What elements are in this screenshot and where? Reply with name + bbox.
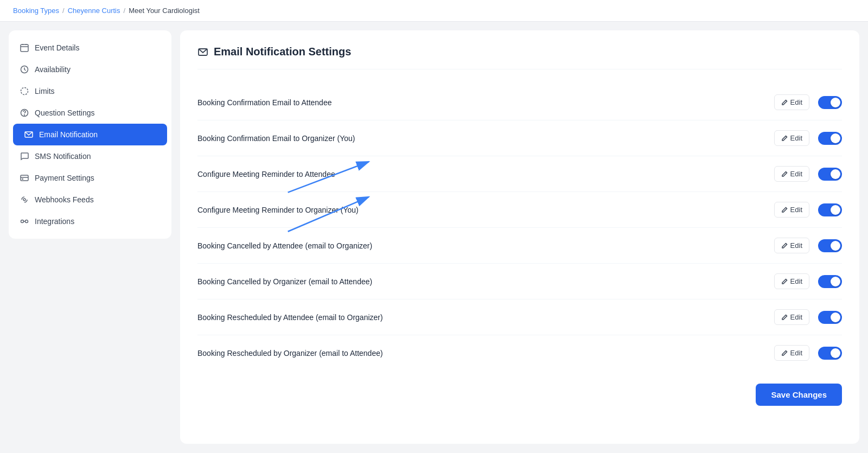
sidebar-item-question-settings[interactable]: Question Settings bbox=[9, 102, 171, 124]
notification-row-meeting-reminder-organizer: Configure Meeting Reminder to Organizer … bbox=[197, 192, 842, 228]
edit-pencil-icon-meeting-reminder-attendee bbox=[781, 170, 788, 178]
sidebar-item-sms-notification[interactable]: SMS Notification bbox=[9, 145, 171, 167]
edit-button-meeting-reminder-organizer[interactable]: Edit bbox=[774, 202, 809, 218]
edit-button-booking-confirmation-attendee[interactable]: Edit bbox=[774, 94, 809, 110]
sidebar-item-email-notification[interactable]: Email Notification bbox=[13, 124, 167, 145]
integrations-icon bbox=[20, 216, 29, 226]
edit-pencil-icon-booking-rescheduled-attendee bbox=[781, 314, 788, 321]
edit-label-booking-rescheduled-organizer: Edit bbox=[790, 349, 802, 357]
page-title: Email Notification Settings bbox=[214, 46, 351, 58]
limits-icon bbox=[20, 86, 29, 96]
notification-label-booking-cancelled-attendee: Booking Cancelled by Attendee (email to … bbox=[197, 241, 372, 250]
main-layout: Event Details Availability Limits bbox=[0, 22, 868, 452]
notification-row-booking-confirmation-attendee: Booking Confirmation Email to Attendee E… bbox=[197, 85, 842, 120]
edit-label-meeting-reminder-organizer: Edit bbox=[790, 206, 802, 214]
edit-pencil-icon-booking-rescheduled-organizer bbox=[781, 349, 788, 357]
edit-button-booking-cancelled-organizer[interactable]: Edit bbox=[774, 273, 809, 289]
toggle-booking-cancelled-organizer[interactable] bbox=[818, 275, 842, 288]
webhooks-icon bbox=[20, 195, 29, 205]
notification-row-booking-confirmation-organizer: Booking Confirmation Email to Organizer … bbox=[197, 120, 842, 156]
toggle-meeting-reminder-organizer[interactable] bbox=[818, 203, 842, 216]
edit-button-meeting-reminder-attendee[interactable]: Edit bbox=[774, 166, 809, 182]
svg-point-7 bbox=[24, 115, 25, 116]
content-area: Email Notification Settings Booking Conf… bbox=[180, 30, 859, 444]
edit-label-meeting-reminder-attendee: Edit bbox=[790, 170, 802, 178]
sidebar-item-event-details[interactable]: Event Details bbox=[9, 37, 171, 59]
edit-label-booking-cancelled-organizer: Edit bbox=[790, 277, 802, 285]
sidebar-label-limits: Limits bbox=[35, 87, 55, 95]
breadcrumb-cheyenne-curtis[interactable]: Cheyenne Curtis bbox=[68, 7, 120, 15]
edit-label-booking-confirmation-attendee: Edit bbox=[790, 98, 802, 106]
edit-pencil-icon-meeting-reminder-organizer bbox=[781, 206, 788, 214]
edit-button-booking-rescheduled-attendee[interactable]: Edit bbox=[774, 309, 809, 325]
payment-icon bbox=[20, 173, 29, 183]
edit-button-booking-cancelled-attendee[interactable]: Edit bbox=[774, 238, 809, 253]
row-actions-booking-rescheduled-attendee: Edit bbox=[774, 309, 842, 325]
svg-point-12 bbox=[21, 220, 24, 223]
notification-row-booking-rescheduled-organizer: Booking Rescheduled by Organizer (email … bbox=[197, 335, 842, 371]
clock-icon bbox=[20, 65, 29, 74]
svg-rect-9 bbox=[21, 175, 28, 181]
notification-label-booking-confirmation-organizer: Booking Confirmation Email to Organizer … bbox=[197, 134, 355, 143]
toggle-booking-rescheduled-attendee[interactable] bbox=[818, 311, 842, 324]
row-actions-meeting-reminder-attendee: Edit bbox=[774, 166, 842, 182]
sidebar-label-availability: Availability bbox=[35, 65, 71, 74]
row-actions-booking-rescheduled-organizer: Edit bbox=[774, 345, 842, 361]
email-icon bbox=[24, 130, 34, 139]
save-changes-button[interactable]: Save Changes bbox=[756, 384, 842, 406]
notification-label-meeting-reminder-attendee: Configure Meeting Reminder to Attendee bbox=[197, 170, 335, 178]
row-actions-booking-confirmation-attendee: Edit bbox=[774, 94, 842, 110]
breadcrumb-current: Meet Your Cardiologist bbox=[129, 7, 200, 15]
edit-pencil-icon-booking-confirmation-organizer bbox=[781, 135, 788, 142]
edit-label-booking-cancelled-attendee: Edit bbox=[790, 241, 802, 250]
notification-label-booking-cancelled-organizer: Booking Cancelled by Organizer (email to… bbox=[197, 277, 372, 286]
notification-label-booking-rescheduled-attendee: Booking Rescheduled by Attendee (email t… bbox=[197, 313, 383, 322]
svg-point-13 bbox=[25, 220, 28, 223]
calendar-icon bbox=[20, 43, 29, 53]
header-email-icon bbox=[197, 46, 208, 58]
breadcrumb-sep-2: / bbox=[124, 7, 126, 15]
content-header: Email Notification Settings bbox=[197, 46, 842, 69]
notification-label-booking-confirmation-attendee: Booking Confirmation Email to Attendee bbox=[197, 98, 331, 107]
sidebar-label-payment-settings: Payment Settings bbox=[35, 174, 94, 182]
notification-row-booking-cancelled-organizer: Booking Cancelled by Organizer (email to… bbox=[197, 264, 842, 299]
sidebar-item-webhooks-feeds[interactable]: Webhooks Feeds bbox=[9, 189, 171, 210]
sidebar-label-sms-notification: SMS Notification bbox=[35, 152, 91, 161]
notification-row-meeting-reminder-attendee: Configure Meeting Reminder to Attendee E… bbox=[197, 156, 842, 192]
edit-pencil-icon-booking-confirmation-attendee bbox=[781, 99, 788, 106]
toggle-booking-confirmation-organizer[interactable] bbox=[818, 132, 842, 145]
toggle-booking-rescheduled-organizer[interactable] bbox=[818, 347, 842, 360]
edit-button-booking-rescheduled-organizer[interactable]: Edit bbox=[774, 345, 809, 361]
sidebar-item-limits[interactable]: Limits bbox=[9, 80, 171, 102]
edit-label-booking-rescheduled-attendee: Edit bbox=[790, 313, 802, 321]
svg-rect-0 bbox=[21, 44, 28, 52]
sms-icon bbox=[20, 151, 29, 161]
question-icon bbox=[20, 108, 29, 118]
sidebar-item-payment-settings[interactable]: Payment Settings bbox=[9, 167, 171, 189]
notification-row-booking-rescheduled-attendee: Booking Rescheduled by Attendee (email t… bbox=[197, 299, 842, 335]
edit-button-booking-confirmation-organizer[interactable]: Edit bbox=[774, 130, 809, 146]
row-actions-booking-confirmation-organizer: Edit bbox=[774, 130, 842, 146]
sidebar-item-availability[interactable]: Availability bbox=[9, 59, 171, 80]
edit-pencil-icon-booking-cancelled-organizer bbox=[781, 278, 788, 285]
notification-label-booking-rescheduled-organizer: Booking Rescheduled by Organizer (email … bbox=[197, 349, 383, 358]
edit-pencil-icon-booking-cancelled-attendee bbox=[781, 242, 788, 250]
sidebar-label-question-settings: Question Settings bbox=[35, 109, 95, 117]
svg-point-5 bbox=[21, 88, 28, 95]
sidebar-item-integrations[interactable]: Integrations bbox=[9, 210, 171, 232]
breadcrumb-booking-types[interactable]: Booking Types bbox=[13, 7, 59, 15]
notification-row-booking-cancelled-attendee: Booking Cancelled by Attendee (email to … bbox=[197, 228, 842, 264]
toggle-booking-confirmation-attendee[interactable] bbox=[818, 96, 842, 109]
svg-rect-11 bbox=[22, 178, 23, 180]
breadcrumb-sep-1: / bbox=[62, 7, 65, 15]
row-actions-booking-cancelled-attendee: Edit bbox=[774, 238, 842, 253]
sidebar: Event Details Availability Limits bbox=[9, 30, 171, 239]
edit-label-booking-confirmation-organizer: Edit bbox=[790, 134, 802, 142]
toggle-booking-cancelled-attendee[interactable] bbox=[818, 239, 842, 252]
row-actions-booking-cancelled-organizer: Edit bbox=[774, 273, 842, 289]
sidebar-label-webhooks-feeds: Webhooks Feeds bbox=[35, 195, 94, 204]
toggle-meeting-reminder-attendee[interactable] bbox=[818, 168, 842, 181]
notification-label-meeting-reminder-organizer: Configure Meeting Reminder to Organizer … bbox=[197, 206, 359, 214]
row-actions-meeting-reminder-organizer: Edit bbox=[774, 202, 842, 218]
breadcrumb: Booking Types / Cheyenne Curtis / Meet Y… bbox=[0, 0, 868, 22]
